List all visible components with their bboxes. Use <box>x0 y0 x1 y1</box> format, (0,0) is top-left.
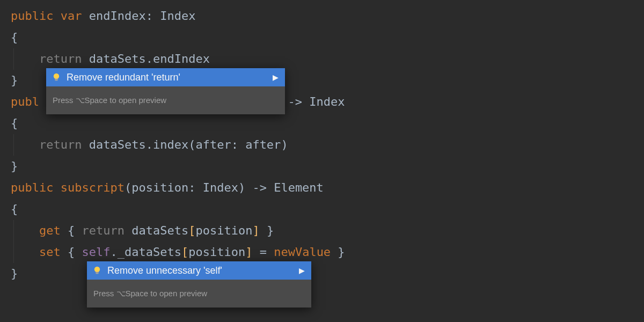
param-name: position <box>131 181 188 194</box>
paren-open: ( <box>125 181 131 194</box>
type-name: Index <box>309 95 345 108</box>
svg-point-0 <box>54 74 59 79</box>
svg-rect-7 <box>96 273 99 274</box>
colon: : <box>231 138 238 151</box>
code-line: public var endIndex: Index <box>0 5 644 27</box>
brace-close: } <box>11 267 18 280</box>
bracket-close: ] <box>252 224 259 237</box>
intention-action-item[interactable]: Remove redundant 'return' ▶ <box>46 68 285 86</box>
intention-hint: Press ⌥Space to open preview <box>87 280 311 308</box>
intention-action-item[interactable]: Remove unnecessary 'self' ▶ <box>87 261 311 280</box>
paren-close: ) <box>238 181 245 194</box>
keyword-subscript: subscript <box>61 181 125 194</box>
brace-close: } <box>11 74 18 87</box>
code-line: public subscript(position: Index) -> Ele… <box>0 177 644 199</box>
code-line: { <box>0 199 644 220</box>
paren-open: ( <box>188 138 195 151</box>
field-name: _dataSets <box>118 245 181 259</box>
expression: dataSets.endIndex <box>89 52 210 65</box>
keyword-self: self <box>82 245 110 259</box>
type-name: Element <box>274 181 324 194</box>
code-line: return dataSets.index(after: after) <box>0 134 644 156</box>
type-name: Index <box>160 9 195 23</box>
brace-open: { <box>11 31 18 44</box>
code-line: { <box>0 113 644 134</box>
intention-popup: Remove unnecessary 'self' ▶ Press ⌥Space… <box>87 261 311 308</box>
subscript-index: position <box>188 245 245 259</box>
submenu-arrow-icon: ▶ <box>273 67 279 88</box>
keyword-return: return <box>82 224 124 237</box>
brace-open: { <box>11 202 18 216</box>
arrow: -> <box>288 95 303 108</box>
lightbulb-icon <box>52 72 61 82</box>
code-line: } <box>0 156 644 177</box>
intention-action-label: Remove redundant 'return' <box>67 67 180 88</box>
arg-label: after <box>195 138 231 151</box>
keyword-public: publ <box>11 95 39 108</box>
lightbulb-icon <box>92 266 102 275</box>
svg-rect-2 <box>55 79 58 79</box>
intention-hint: Press ⌥Space to open preview <box>46 86 285 114</box>
argument: after <box>238 138 281 151</box>
keyword-public: public <box>11 181 53 194</box>
brace-close: } <box>260 224 274 237</box>
equals: = <box>252 245 274 259</box>
keyword-public: public <box>11 9 53 23</box>
paren-close: ) <box>281 138 288 151</box>
keyword-return: return <box>39 138 82 151</box>
keyword-var: var <box>61 9 82 23</box>
keyword-return: return <box>39 52 82 65</box>
submenu-arrow-icon: ▶ <box>299 260 305 281</box>
accessor-set: set <box>39 245 61 259</box>
svg-rect-6 <box>96 272 99 273</box>
svg-rect-3 <box>55 80 58 80</box>
expression: dataSets <box>125 224 188 237</box>
bracket-open: [ <box>181 245 188 259</box>
brace-open: { <box>11 116 18 130</box>
brace-close: } <box>11 159 18 173</box>
dot: . <box>110 245 117 259</box>
accessor-get: get <box>39 224 61 237</box>
bracket-open: [ <box>188 224 195 237</box>
arrow: -> <box>245 181 274 194</box>
code-editor[interactable]: public var endIndex: Index { return data… <box>0 0 644 284</box>
colon: : <box>188 181 195 194</box>
identifier: endIndex <box>89 9 146 23</box>
code-line: set { self._dataSets[position] = newValu… <box>0 241 644 263</box>
code-line: { <box>0 27 644 48</box>
brace-close: } <box>331 245 345 259</box>
bracket-close: ] <box>245 245 252 259</box>
code-line: get { return dataSets[position] } <box>0 220 644 241</box>
intention-action-label: Remove unnecessary 'self' <box>107 260 222 281</box>
brace-open: { <box>61 224 82 237</box>
expression: dataSets.index <box>89 138 188 151</box>
subscript-index: position <box>195 224 252 237</box>
type-name: Index <box>195 181 238 194</box>
brace-open: { <box>61 245 82 259</box>
colon: : <box>146 9 153 23</box>
keyword-newvalue: newValue <box>274 245 331 259</box>
intention-popup: Remove redundant 'return' ▶ Press ⌥Space… <box>46 68 285 114</box>
svg-point-4 <box>94 267 100 272</box>
